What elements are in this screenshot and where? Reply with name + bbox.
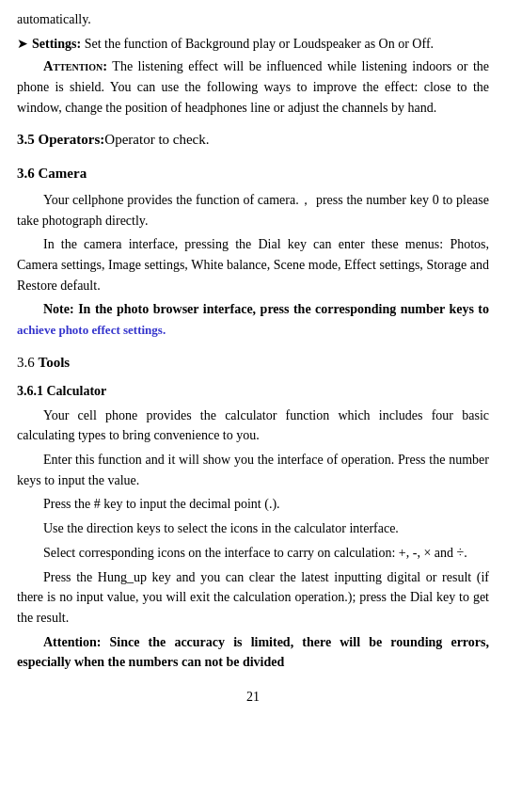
calc-para5-text: Select corresponding icons on the interf… [43, 546, 467, 560]
calc-para6: Press the Hung_up key and you can clear … [17, 567, 489, 629]
camera-para1-text: Your cellphone provides the function of … [17, 193, 489, 228]
calc-para3-text: Press the # key to input the decimal poi… [43, 497, 280, 511]
calc-title: Calculator [47, 384, 107, 398]
calc-para1: Your cell phone provides the calculator … [17, 406, 489, 446]
section36-num: 3.6 [17, 166, 39, 181]
camera-para2-text: In the camera interface, pressing the Di… [17, 237, 489, 292]
calc-para2-text: Enter this function and it will show you… [17, 453, 489, 487]
settings-text: Settings: Set the function of Background… [32, 34, 489, 55]
calc-para4: Use the direction keys to select the ico… [17, 518, 489, 539]
calc-para4-text: Use the direction keys to select the ico… [43, 521, 399, 535]
tools-heading: 3.6 Tools [17, 352, 489, 374]
settings-body: Set the function of Background play or L… [81, 37, 434, 51]
auto-text: automatically. [17, 12, 91, 26]
auto-para: automatically. [17, 9, 489, 30]
page-number: 21 [17, 690, 489, 705]
camera-para1: Your cellphone provides the function of … [17, 190, 489, 231]
calc-para5: Select corresponding icons on the interf… [17, 543, 489, 564]
tools-title: Tools [39, 355, 71, 370]
attention2-para: Attention: Since the accuracy is limited… [17, 632, 489, 673]
calc-para2: Enter this function and it will show you… [17, 450, 489, 490]
calc-num: 3.6.1 [17, 384, 47, 398]
attention2-text: Attention: Since the accuracy is limited… [17, 635, 489, 670]
tools-num: 3.6 [17, 355, 39, 370]
page-num-text: 21 [246, 690, 260, 704]
section35-num: 3.5 [17, 132, 39, 147]
section35-heading: 3.5 Operators:Operator to check. [17, 129, 489, 151]
section35-text: Operator to check. [104, 132, 209, 147]
section35-title: Operators [39, 132, 101, 147]
camera-para2: In the camera interface, pressing the Di… [17, 234, 489, 295]
calc-para1-text: Your cell phone provides the calculator … [17, 408, 489, 443]
settings-item: ➤ Settings: Set the function of Backgrou… [17, 34, 489, 55]
page-content: automatically. ➤ Settings: Set the funct… [17, 9, 489, 705]
calc-para6-text: Press the Hung_up key and you can clear … [17, 570, 489, 625]
attention1-label: Attention: [43, 58, 107, 73]
section36-heading: 3.6 Camera [17, 163, 489, 184]
note-block: Note: In the photo browser interface, pr… [17, 299, 489, 340]
note-label: Note: In the photo browser interface, pr… [43, 302, 489, 316]
calc-heading: 3.6.1 Calculator [17, 381, 489, 402]
section36-title: Camera [39, 166, 87, 181]
arrow-icon: ➤ [17, 34, 28, 55]
settings-label: Settings: [32, 37, 81, 51]
note-color-text: achieve photo effect settings. [17, 323, 166, 337]
calc-para3: Press the # key to input the decimal poi… [17, 494, 489, 515]
attention1-para: Attention: The listening effect will be … [17, 56, 489, 118]
